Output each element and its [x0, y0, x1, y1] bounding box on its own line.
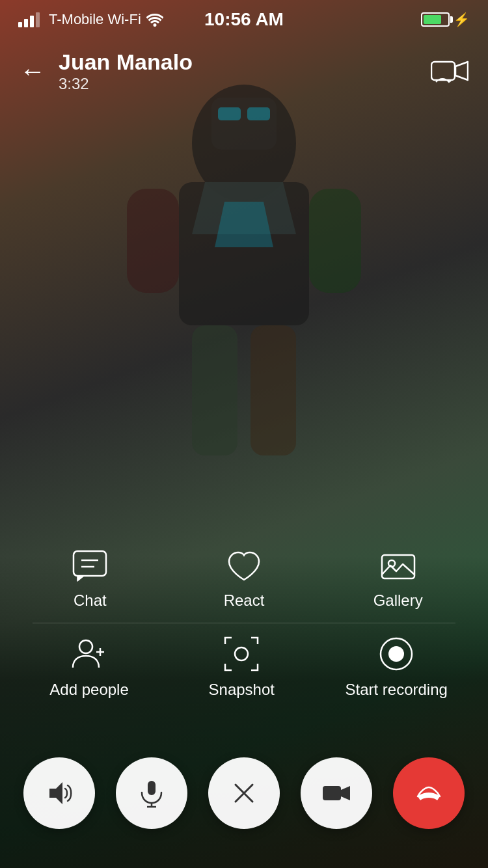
gallery-icon: [381, 550, 416, 582]
chat-label: Chat: [74, 591, 107, 610]
signal-bar-2: [24, 19, 28, 27]
back-button[interactable]: ←: [20, 57, 46, 86]
actions-row-2: Add people Snapshot: [13, 623, 475, 712]
status-bar: T-Mobile Wi-Fi 10:56 AM ⚡: [0, 0, 488, 39]
call-duration: 3:32: [59, 75, 193, 93]
react-icon: [226, 550, 262, 582]
svg-point-23: [388, 646, 404, 662]
svg-rect-30: [323, 786, 341, 800]
svg-point-18: [79, 640, 92, 653]
cancel-button[interactable]: [208, 757, 280, 829]
video-button[interactable]: [301, 757, 372, 829]
signal-bar-3: [30, 16, 34, 27]
svg-marker-12: [455, 62, 468, 80]
mute-button[interactable]: [116, 757, 187, 829]
snapshot-label: Snapshot: [209, 681, 275, 699]
speaker-button[interactable]: [23, 757, 95, 829]
add-people-label: Add people: [49, 681, 128, 699]
svg-rect-6: [251, 325, 296, 455]
svg-rect-16: [382, 555, 414, 578]
caller-info: Juan Manalo 3:32: [59, 49, 193, 93]
chat-icon: [72, 550, 107, 582]
svg-rect-13: [74, 551, 106, 576]
svg-rect-5: [192, 325, 237, 455]
signal-bars: [18, 12, 40, 27]
svg-rect-8: [218, 107, 241, 120]
add-people-button[interactable]: Add people: [40, 636, 138, 699]
start-recording-icon: [379, 636, 414, 671]
nav-left: ← Juan Manalo 3:32: [20, 49, 193, 93]
call-controls: [0, 757, 488, 829]
svg-rect-25: [148, 781, 156, 795]
battery-icon: [421, 12, 450, 27]
battery: ⚡: [421, 12, 470, 27]
top-nav: ← Juan Manalo 3:32: [0, 39, 488, 103]
add-people-icon: [72, 636, 107, 671]
svg-point-21: [235, 647, 248, 660]
svg-rect-9: [247, 107, 270, 120]
end-call-button[interactable]: [393, 757, 465, 829]
caller-name: Juan Manalo: [59, 49, 193, 75]
start-recording-button[interactable]: Start recording: [345, 636, 447, 699]
status-left: T-Mobile Wi-Fi: [18, 11, 163, 28]
gallery-label: Gallery: [373, 591, 423, 610]
start-recording-label: Start recording: [345, 681, 447, 699]
svg-marker-10: [215, 202, 273, 247]
snapshot-icon: [224, 636, 259, 671]
svg-rect-7: [211, 98, 277, 150]
snapshot-button[interactable]: Snapshot: [193, 636, 290, 699]
signal-bar-1: [18, 22, 22, 27]
video-switch-button[interactable]: [431, 57, 468, 86]
svg-marker-31: [341, 786, 350, 800]
status-right: ⚡: [421, 12, 470, 27]
actions-container: Chat React Gallery: [0, 537, 488, 712]
svg-rect-11: [431, 62, 455, 80]
wifi-icon: [146, 12, 163, 27]
charging-icon: ⚡: [454, 12, 470, 27]
status-time: 10:56 AM: [204, 9, 284, 30]
actions-row-1: Chat React Gallery: [13, 537, 475, 623]
chat-button[interactable]: Chat: [41, 550, 139, 610]
svg-rect-4: [309, 189, 361, 293]
svg-marker-24: [49, 782, 62, 804]
battery-fill: [424, 15, 441, 24]
react-label: React: [224, 591, 265, 610]
gallery-button[interactable]: Gallery: [349, 550, 447, 610]
carrier-label: T-Mobile Wi-Fi: [49, 11, 141, 28]
svg-rect-3: [127, 189, 179, 293]
signal-bar-4: [36, 12, 40, 27]
react-button[interactable]: React: [195, 550, 293, 610]
